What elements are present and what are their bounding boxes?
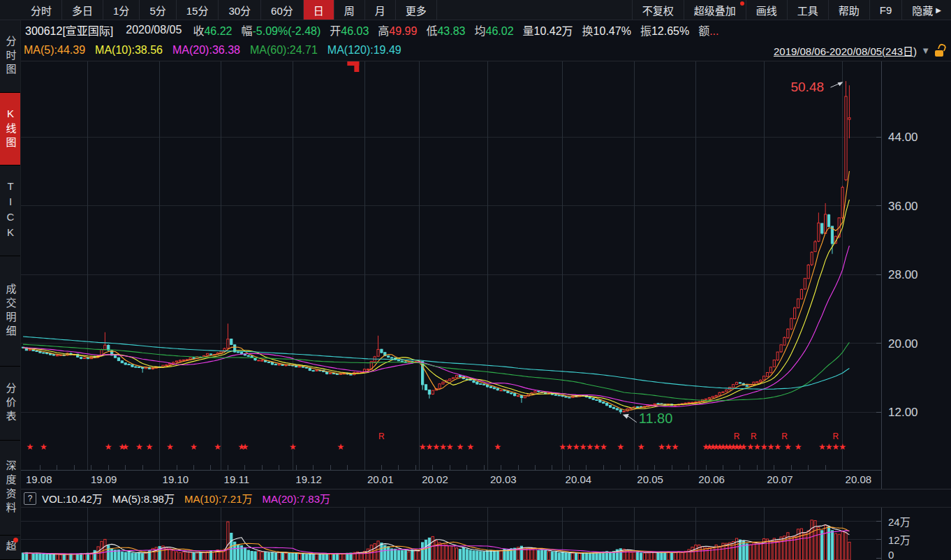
help-icon[interactable]: ? (24, 492, 36, 505)
sidebar-item-K线图[interactable]: K线图 (0, 93, 20, 165)
sidebar-item-TICK[interactable]: TICK (0, 165, 20, 256)
sidebar-item-label: 成交明细 (0, 283, 21, 339)
y-axis-label: 20.00 (888, 337, 918, 351)
kline-svg[interactable]: ★★★★★★★★★★★★★★★★★★★★★★★★★★★★★★★★★★★★★★★★… (21, 61, 951, 489)
x-axis-label: 20.07 (767, 473, 793, 485)
quote-field-label: 额 (698, 25, 709, 37)
top-menubar: 分时多日1分5分15分30分60分日周月更多 不复权超级叠加画线工具帮助F9隐藏… (0, 0, 951, 20)
menu-item-日[interactable]: 日 (304, 0, 334, 20)
x-axis-label: 20.04 (566, 473, 592, 485)
event-star-icon: ★ (166, 442, 174, 452)
ma-label: MA(5):44.39 (24, 44, 85, 57)
event-star-icon: ★ (121, 442, 129, 452)
menu-item-15分[interactable]: 15分 (177, 0, 219, 20)
event-star-icon: ★ (784, 442, 792, 452)
quote-field-value: -5.09%(-2.48) (252, 25, 320, 37)
menu-item-label: 15分 (186, 3, 209, 17)
volume-chart[interactable]: 24万12万0 (21, 508, 951, 560)
menu-item-label: 更多 (406, 3, 427, 17)
menu-item-label: 分时 (31, 3, 52, 17)
event-star-icon: ★ (637, 442, 645, 452)
kline-chart[interactable]: ★★★★★★★★★★★★★★★★★★★★★★★★★★★★★★★★★★★★★★★★… (21, 61, 951, 489)
quote-field-高: 高49.99 (378, 25, 417, 37)
event-r-marker: R (781, 432, 788, 441)
quote-field-均: 均46.02 (474, 25, 513, 37)
event-star-icon: ★ (337, 442, 344, 452)
menu-item-超级叠加[interactable]: 超级叠加 (684, 0, 746, 20)
menu-item-帮助[interactable]: 帮助 (828, 0, 869, 20)
quote-field-value: 46.03 (341, 25, 369, 37)
expand-arrow-icon: ▶ (936, 6, 941, 14)
quote-date: 2020/08/05 (126, 24, 182, 36)
event-star-icon: ★ (839, 442, 846, 452)
menu-item-1分[interactable]: 1分 (103, 0, 140, 20)
chevron-down-icon[interactable]: ▼ (921, 45, 930, 56)
volume-svg[interactable]: 24万12万0 (21, 508, 951, 560)
vol-ma-label: MA(5):8.98万 (112, 493, 175, 505)
quote-field-value: 43.83 (437, 25, 465, 37)
period-low-annotation: 11.80 (639, 411, 673, 426)
quote-field-value: 10.47% (594, 25, 631, 37)
quote-field-label: 量 (523, 25, 534, 37)
quote-field-振: 振12.65% (640, 25, 689, 37)
event-star-icon: ★ (190, 442, 198, 452)
quote-field-value: 46.22 (204, 25, 232, 37)
y-axis-label: 44.00 (888, 131, 918, 144)
menu-item-label: 多日 (72, 3, 93, 17)
sidebar-item-超[interactable]: 超 (0, 536, 20, 560)
menu-item-工具[interactable]: 工具 (787, 0, 828, 20)
quote-field-label: 幅 (241, 25, 252, 37)
event-star-icon: ★ (40, 442, 47, 452)
event-star-icon: ★ (214, 442, 221, 452)
menu-item-60分[interactable]: 60分 (261, 0, 304, 20)
menu-item-分时[interactable]: 分时 (21, 0, 62, 20)
sidebar-item-深度资料[interactable]: 深度资料 (0, 441, 20, 536)
event-r-marker: R (832, 432, 839, 441)
menu-item-5分[interactable]: 5分 (140, 0, 176, 20)
x-axis-label: 20.06 (698, 473, 725, 485)
menu-item-画线[interactable]: 画线 (746, 0, 787, 20)
period-menu: 分时多日1分5分15分30分60分日周月更多 (0, 0, 437, 20)
vol-ma-label: VOL:10.42万 (42, 493, 103, 505)
volume-axis-label: 12万 (888, 534, 911, 546)
event-r-marker: R (751, 432, 757, 441)
stock-info-bar: 300612[宣亚国际] 2020/08/05 收46.22幅-5.09%(-2… (21, 20, 951, 40)
event-r-marker: R (734, 432, 740, 441)
menu-item-label: 1分 (113, 3, 129, 17)
ma-indicator-bar: MA(5):44.39MA(10):38.56MA(20):36.38MA(60… (21, 40, 951, 61)
menu-item-30分[interactable]: 30分 (219, 0, 261, 20)
event-star-icon: ★ (600, 442, 607, 452)
menu-item-label: 5分 (149, 3, 165, 17)
volume-axis-label: 24万 (888, 516, 911, 528)
period-high-annotation: 50.48 (790, 80, 824, 94)
sidebar-item-成交明细[interactable]: 成交明细 (0, 256, 20, 367)
x-axis-label: 19.08 (26, 473, 52, 485)
menu-item-更多[interactable]: 更多 (396, 0, 437, 20)
menu-item-周[interactable]: 周 (334, 0, 365, 20)
sidebar-item-label: TICK (0, 180, 21, 242)
volume-axis-label: 0 (888, 549, 894, 560)
quote-field-幅: 幅-5.09%(-2.48) (241, 25, 320, 37)
menu-item-F9[interactable]: F9 (869, 0, 902, 20)
unlock-icon[interactable] (935, 45, 945, 57)
quote-field-label: 收 (193, 25, 204, 37)
event-star-icon: ★ (617, 442, 624, 452)
quote-field-value: 49.99 (389, 25, 417, 37)
notification-dot-icon (740, 1, 744, 6)
sidebar-item-分价表[interactable]: 分价表 (0, 367, 20, 441)
menu-item-不复权[interactable]: 不复权 (632, 0, 684, 20)
volume-indicator-bar: ? VOL:10.42万MA(5):8.98万MA(10):7.21万MA(20… (21, 489, 951, 508)
stock-code-name[interactable]: 300612[宣亚国际] (25, 22, 113, 38)
ma-label: MA(60):24.71 (250, 44, 318, 57)
quote-field-低: 低43.83 (426, 25, 465, 37)
menu-item-label: 30分 (228, 3, 251, 17)
sidebar-item-分时图[interactable]: 分时图 (0, 20, 20, 93)
x-axis-label: 19.12 (295, 473, 322, 485)
quote-fields: 收46.22幅-5.09%(-2.48)开46.03高49.99低43.83均4… (193, 22, 728, 38)
date-range[interactable]: 2019/08/06-2020/08/05(243日) (774, 43, 917, 58)
menu-item-多日[interactable]: 多日 (62, 0, 103, 20)
menu-item-隐藏[interactable]: 隐藏▶ (901, 0, 951, 20)
event-r-marker: R (378, 432, 385, 441)
event-star-icon: ★ (289, 442, 297, 452)
menu-item-月[interactable]: 月 (365, 0, 396, 20)
